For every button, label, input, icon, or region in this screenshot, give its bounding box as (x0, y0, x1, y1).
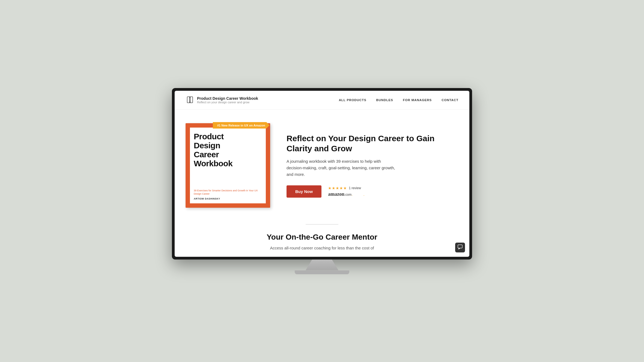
monitor-base (295, 270, 349, 274)
hero-section: #1 New Release in UX on Amazon ProductDe… (175, 110, 469, 221)
svg-rect-0 (187, 97, 190, 103)
book-cover: ProductDesignCareerWorkbook 39 Exercises… (186, 123, 270, 208)
book-cover-container: #1 New Release in UX on Amazon ProductDe… (186, 123, 270, 208)
book-author: ARTIOM DASHINSKY (194, 197, 262, 200)
book-cover-inner: ProductDesignCareerWorkbook 39 Exercises… (190, 128, 266, 203)
monitor-wrapper: Product Design Career Workbook Reflect o… (172, 88, 472, 274)
amazon-logo: amazon.com (328, 191, 365, 197)
buy-now-button[interactable]: Buy Now (287, 185, 321, 198)
stars-row: ★★★★★ 1 review (328, 186, 365, 190)
star-rating: ★★★★★ (328, 186, 347, 190)
chat-icon (458, 245, 463, 251)
nav-link-bundles[interactable]: BUNDLES (376, 98, 393, 102)
navigation: Product Design Career Workbook Reflect o… (175, 91, 469, 110)
monitor-stand (306, 260, 338, 270)
book-title: ProductDesignCareerWorkbook (194, 132, 262, 168)
nav-link-all-products[interactable]: ALL PRODUCTS (339, 98, 366, 102)
amazon-badge: #1 New Release in UX on Amazon (213, 122, 270, 129)
section-divider (175, 221, 469, 225)
book-subtitle: 39 Exercises for Smarter Decisions and G… (194, 189, 262, 195)
svg-rect-1 (190, 97, 193, 103)
amazon-dotcom: .com (344, 193, 351, 197)
amazon-text: amazon (328, 191, 344, 197)
nav-link-contact[interactable]: CONTACT (442, 98, 458, 102)
review-count: 1 review (349, 186, 361, 190)
site-title: Product Design Career Workbook (197, 96, 258, 101)
monitor-screen: Product Design Career Workbook Reflect o… (172, 88, 472, 260)
nav-links: ALL PRODUCTS BUNDLES FOR MANAGERS CONTAC… (339, 98, 458, 102)
mentor-heading: Your On-the-Go Career Mentor (186, 233, 458, 242)
browser-window: Product Design Career Workbook Reflect o… (175, 91, 469, 257)
logo: Product Design Career Workbook Reflect o… (186, 96, 258, 104)
book-icon (186, 96, 194, 104)
mentor-description: Access all-round career coaching for les… (254, 245, 390, 251)
site-subtitle: Reflect on your design career and grow (197, 101, 258, 104)
chat-widget[interactable] (455, 243, 465, 252)
amazon-smile-icon (351, 195, 365, 196)
hero-description: A journaling workbook with 39 exercises … (287, 158, 396, 178)
hero-cta-row: Buy Now ★★★★★ 1 review amazon.com (287, 185, 458, 198)
divider-line (306, 224, 338, 225)
logo-text: Product Design Career Workbook Reflect o… (197, 96, 258, 104)
svg-rect-5 (458, 245, 462, 248)
hero-heading: Reflect on Your Design Career to Gain Cl… (287, 133, 458, 154)
amazon-info: ★★★★★ 1 review amazon.com (328, 186, 365, 197)
mentor-section: Your On-the-Go Career Mentor Access all-… (175, 225, 469, 257)
nav-link-for-managers[interactable]: FOR MANAGERS (403, 98, 432, 102)
hero-text: Reflect on Your Design Career to Gain Cl… (287, 133, 458, 198)
